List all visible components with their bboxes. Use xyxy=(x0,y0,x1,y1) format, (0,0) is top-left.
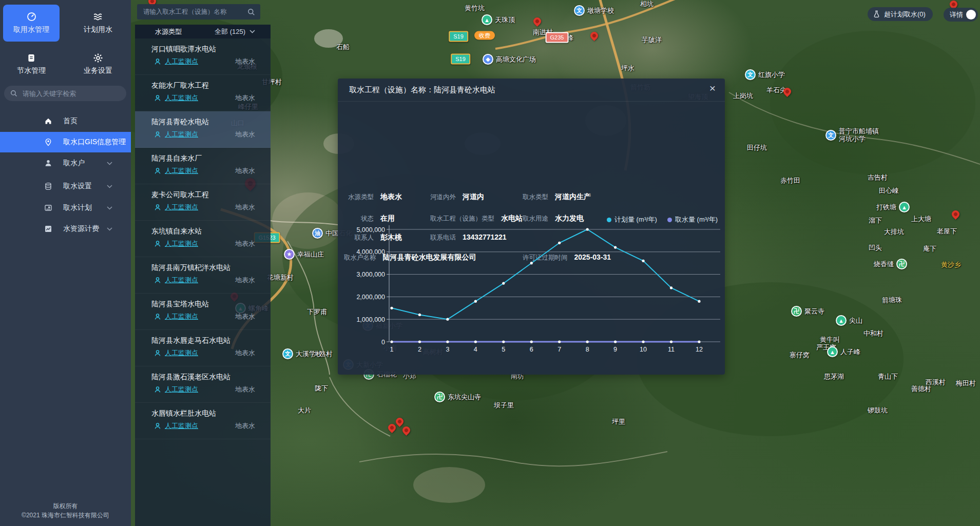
station-list-item[interactable]: 陆河县水唇走马石水电站人工监测点地表水 xyxy=(135,330,271,366)
map-place-label: 思茅湖 xyxy=(824,373,844,381)
chevron-down-icon xyxy=(107,185,112,188)
school-icon: 文 xyxy=(574,5,585,16)
app-root: 黄竹坑相坑南进村挨坡峰芋陂洋坪水箭竹坜望海顶上岗坑羊石尖石船龙颈根甘坪村峰仔里山… xyxy=(0,0,980,526)
home-icon xyxy=(44,117,52,125)
field-取水类型: 取水类型河道内生产 xyxy=(523,192,591,202)
over-plan-label: 超计划取水(0) xyxy=(884,10,926,19)
map-poi: 文红旗小学 xyxy=(745,69,785,80)
svg-text:7: 7 xyxy=(558,346,561,353)
sidebar-item-water-users[interactable]: 取水户 xyxy=(0,153,131,173)
sidebar-item-label: 水资源计费 xyxy=(63,224,99,233)
toggle-knob[interactable] xyxy=(966,10,976,20)
map-place-label: 上大塘 xyxy=(911,215,931,223)
mountain-icon: ▲ xyxy=(482,14,492,25)
station-detail-modal: 取水工程（设施）名称：陆河县青砼水电站 × 水源类型地表水河道内外河道内取水类型… xyxy=(338,79,725,375)
filter-label: 水源类型 xyxy=(155,27,182,36)
sidebar-item-gis-info[interactable]: 取水口GIS信息管理 xyxy=(0,132,131,152)
station-name: 麦卡公司取水工程 xyxy=(151,190,209,200)
water-source-label: 地表水 xyxy=(235,421,255,431)
road-badge: 收费 xyxy=(474,31,495,40)
map-pin-icon[interactable] xyxy=(950,209,961,220)
module-label: 业务设置 xyxy=(84,66,112,75)
station-list-item[interactable]: 麦卡公司取水工程人工监测点地表水 xyxy=(135,184,271,221)
document-icon xyxy=(27,53,36,63)
map-poi: ▲人子峰 xyxy=(827,346,860,357)
module-planned-water[interactable]: 计划用水 xyxy=(70,5,126,42)
flask-icon xyxy=(873,10,880,18)
temple-icon: 卍 xyxy=(434,392,445,402)
sidebar-item-intake-settings[interactable]: 取水设置 xyxy=(0,176,131,197)
poi-label: 东坑尖山寺 xyxy=(448,393,481,401)
chevron-down-icon xyxy=(249,30,255,33)
svg-text:11: 11 xyxy=(668,346,675,353)
station-list-item[interactable]: 陆河县宝塔水电站人工监测点地表水 xyxy=(135,294,271,330)
detail-toggle[interactable]: 详情 xyxy=(944,8,978,22)
svg-text:8: 8 xyxy=(586,346,589,353)
sidebar-item-water-billing[interactable]: 水资源计费 xyxy=(0,219,131,239)
water-source-label: 地表水 xyxy=(235,57,255,66)
temple-icon: 卍 xyxy=(896,259,907,269)
monitor-type-label: 人工监测点 xyxy=(165,312,198,321)
detail-toggle-label: 详情 xyxy=(950,10,963,20)
copyright-line1: 版权所有 xyxy=(0,501,131,511)
sidebar-search-input[interactable] xyxy=(22,89,120,98)
station-name: 东坑镇自来水站 xyxy=(151,227,202,236)
map-place-label: 青山下 xyxy=(878,373,898,381)
station-list-item[interactable]: 友能水厂取水工程人工监测点地表水 xyxy=(135,75,271,111)
chevron-down-icon xyxy=(107,206,112,210)
person-icon xyxy=(154,313,161,320)
sidebar-item-label: 首页 xyxy=(63,116,78,126)
temple-icon: 卍 xyxy=(791,306,802,317)
modal-title: 取水工程（设施）名称：陆河县青砼水电站 xyxy=(349,85,495,95)
svg-text:3: 3 xyxy=(446,346,449,353)
station-list-item[interactable]: 陆河县青砼水电站人工监测点地表水 xyxy=(135,111,271,148)
sidebar: 取用水管理 计划用水 节水管理 xyxy=(0,0,131,526)
waves-icon xyxy=(93,12,103,22)
gear-icon xyxy=(93,53,103,63)
poi-label: 尖山 xyxy=(849,317,862,324)
close-icon[interactable]: × xyxy=(709,83,716,93)
poi-label: 高塘文化广场 xyxy=(496,55,536,63)
station-name: 水唇镇水栏肚水电站 xyxy=(151,409,216,418)
place-icon: ◆ xyxy=(483,54,493,65)
map-place-label: 梅田村 xyxy=(956,379,976,387)
module-business-settings[interactable]: 业务设置 xyxy=(70,46,126,83)
module-water-saving-mgmt[interactable]: 节水管理 xyxy=(3,46,60,83)
station-list-item[interactable]: 水唇镇水栏肚水电站人工监测点地表水 xyxy=(135,403,271,439)
station-name: 陆河县自来水厂 xyxy=(151,154,202,163)
person-icon xyxy=(154,422,161,430)
filter-value-dropdown[interactable]: 全部 (125) xyxy=(215,27,255,36)
station-list-item[interactable]: 河口镇唱歌潭水电站人工监测点地表水 xyxy=(135,38,271,75)
station-list-item[interactable]: 东坑镇自来水站人工监测点地表水 xyxy=(135,221,271,257)
over-plan-intake-badge[interactable]: 超计划取水(0) xyxy=(868,7,933,21)
person-icon xyxy=(154,58,161,65)
station-list-item[interactable]: 陆河县激石溪老区水电站人工监测点地表水 xyxy=(135,366,271,403)
mountain-icon: ▲ xyxy=(836,315,847,326)
map-poi: ◆高塘文化广场 xyxy=(483,54,536,65)
map-place-label: 大片 xyxy=(298,406,311,415)
map-poi: 烧香缝卍 xyxy=(874,259,907,269)
svg-text:6: 6 xyxy=(530,346,533,353)
map-place-label: 坪水 xyxy=(621,64,635,72)
map-poi: 卍东坑尖山寺 xyxy=(434,392,481,402)
svg-text:4: 4 xyxy=(474,346,477,353)
map-pin-icon[interactable] xyxy=(589,30,600,41)
road-badge: S19 xyxy=(449,31,468,42)
search-icon[interactable] xyxy=(247,8,255,16)
station-list-item[interactable]: 陆河县南万镇杞洋水电站人工监测点地表水 xyxy=(135,257,271,294)
map-pin-icon[interactable] xyxy=(401,425,412,436)
station-search-input[interactable] xyxy=(142,8,244,16)
map-pin-icon[interactable] xyxy=(387,422,397,433)
person-icon xyxy=(154,204,161,211)
module-water-intake-mgmt[interactable]: 取用水管理 xyxy=(3,5,60,42)
monitor-type-label: 人工监测点 xyxy=(165,93,198,103)
station-list-item[interactable]: 陆河县自来水厂人工监测点地表水 xyxy=(135,148,271,184)
map-pin-icon[interactable] xyxy=(532,16,543,27)
station-name: 陆河县水唇走马石水电站 xyxy=(151,336,230,345)
sidebar-item-home[interactable]: 首页 xyxy=(0,111,131,131)
station-name: 陆河县宝塔水电站 xyxy=(151,300,209,309)
sidebar-item-intake-plan[interactable]: 取水计划 xyxy=(0,198,131,218)
svg-text:5: 5 xyxy=(502,346,505,353)
map-place-label: 大排坑 xyxy=(884,228,904,236)
map-pin-icon[interactable] xyxy=(394,416,405,427)
